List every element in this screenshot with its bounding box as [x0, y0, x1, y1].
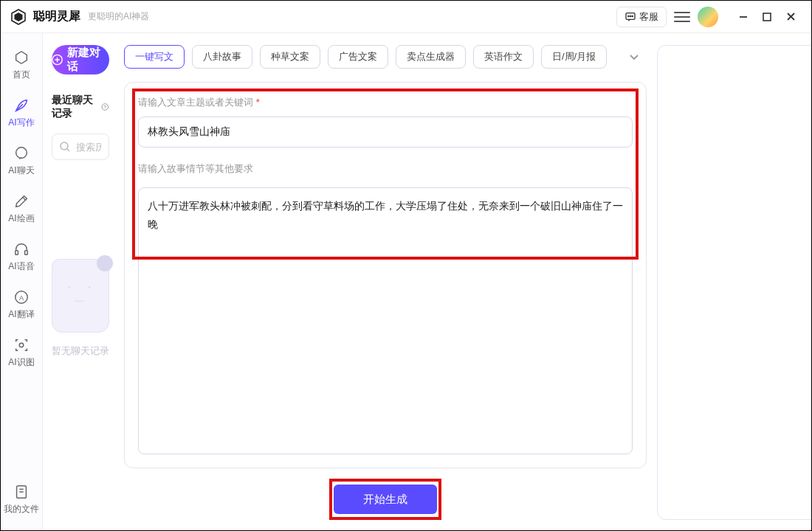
tab-seed[interactable]: 种草文案 — [260, 45, 320, 69]
nav-label: 我的文件 — [4, 503, 39, 516]
tab-gossip[interactable]: 八卦故事 — [192, 45, 252, 69]
nav-home[interactable]: 首页 — [1, 44, 42, 87]
nav-files[interactable]: 我的文件 — [1, 478, 42, 521]
nav-translate[interactable]: A AI翻译 — [1, 283, 42, 327]
nav-voice[interactable]: AI语音 — [1, 235, 42, 279]
svg-line-27 — [67, 149, 69, 151]
support-label: 客服 — [639, 10, 658, 24]
user-avatar[interactable] — [698, 7, 718, 27]
headset-icon — [13, 241, 30, 257]
nav-chat[interactable]: AI聊天 — [1, 139, 42, 183]
nav-label: AI绘画 — [8, 212, 34, 225]
tab-one-key[interactable]: 一键写文 — [124, 45, 185, 69]
window-maximize-button[interactable] — [755, 5, 779, 29]
title-bar: 聪明灵犀 更聪明的AI神器 客服 — [1, 1, 811, 33]
new-chat-label: 新建对话 — [67, 46, 109, 74]
nav-label: AI翻译 — [8, 308, 34, 321]
svg-marker-10 — [16, 52, 27, 64]
highlight-box-generate: 开始生成 — [329, 479, 441, 520]
history-search — [52, 133, 109, 160]
topic-field-label: 请输入文章主题或者关键词 * — [138, 96, 633, 109]
nav-label: AI语音 — [8, 260, 34, 273]
svg-text:?: ? — [104, 105, 107, 109]
hexagon-icon — [13, 49, 30, 66]
generate-button[interactable]: 开始生成 — [334, 485, 437, 514]
menu-button[interactable] — [674, 9, 690, 25]
support-button[interactable]: 客服 — [616, 7, 667, 27]
svg-point-26 — [61, 142, 68, 150]
tab-eng[interactable]: 英语作文 — [473, 45, 534, 69]
tab-ad[interactable]: 广告文案 — [328, 45, 388, 69]
svg-rect-14 — [25, 251, 28, 255]
svg-text:A: A — [19, 294, 24, 302]
svg-rect-13 — [16, 251, 18, 255]
nav-label: AI聊天 — [8, 164, 34, 177]
nav-paint[interactable]: AI绘画 — [1, 187, 42, 231]
input-form-card: 请输入文章主题或者关键词 * 请输入故事情节等其他要求 — [124, 82, 647, 468]
recent-chats-header: 最近聊天记录 ? — [52, 94, 109, 120]
output-panel — [657, 45, 812, 520]
feather-icon — [13, 97, 30, 114]
svg-point-5 — [632, 15, 633, 16]
svg-marker-1 — [15, 13, 23, 21]
empty-label: 暂无聊天记录 — [52, 344, 109, 358]
detail-textarea[interactable] — [138, 187, 633, 454]
app-tagline: 更聪明的AI神器 — [88, 10, 149, 23]
svg-rect-7 — [763, 13, 771, 21]
recent-title: 最近聊天记录 — [52, 94, 98, 120]
scan-icon — [13, 337, 30, 353]
tab-report[interactable]: 日/周/月报 — [541, 45, 607, 69]
document-icon — [13, 484, 30, 500]
main-area: 一键写文 八卦故事 种草文案 广告文案 卖点生成器 英语作文 日/周/月报 请输… — [118, 33, 812, 530]
template-tabs: 一键写文 八卦故事 种草文案 广告文案 卖点生成器 英语作文 日/周/月报 — [124, 45, 647, 69]
history-panel: 新建对话 最近聊天记录 ? · ·﹏ 暂无聊天记录 — [43, 33, 118, 530]
app-logo-icon — [10, 8, 27, 26]
topic-input[interactable] — [138, 117, 633, 148]
nav-label: AI写作 — [8, 117, 34, 129]
svg-point-17 — [19, 343, 24, 347]
chat-bubble-icon — [625, 11, 636, 23]
brush-icon — [13, 193, 30, 209]
translate-icon: A — [13, 289, 30, 305]
nav-label: AI识图 — [8, 356, 34, 369]
detail-field-label: 请输入故事情节等其他要求 — [138, 162, 633, 176]
nav-write[interactable]: AI写作 — [1, 91, 42, 135]
chevron-down-icon — [628, 51, 640, 63]
chat-icon — [13, 145, 30, 162]
svg-point-12 — [16, 148, 27, 159]
search-icon — [59, 141, 71, 153]
svg-point-3 — [628, 15, 629, 16]
window-close-button[interactable] — [779, 5, 802, 29]
svg-point-4 — [630, 15, 630, 16]
nav-label: 首页 — [13, 69, 30, 81]
left-nav: 首页 AI写作 AI聊天 AI绘画 AI语音 A AI翻译 AI识图 — [1, 33, 43, 530]
new-chat-button[interactable]: 新建对话 — [52, 45, 109, 74]
history-empty-state: · ·﹏ 暂无聊天记录 — [52, 259, 109, 530]
info-icon: ? — [101, 102, 109, 112]
app-title: 聪明灵犀 — [33, 9, 80, 24]
window-minimize-button[interactable] — [732, 5, 755, 29]
tab-sell[interactable]: 卖点生成器 — [396, 45, 466, 69]
tabs-expand-button[interactable] — [622, 46, 647, 68]
nav-vision[interactable]: AI识图 — [1, 331, 42, 375]
plus-circle-icon — [52, 54, 63, 66]
empty-doc-icon: · ·﹏ — [52, 259, 109, 333]
